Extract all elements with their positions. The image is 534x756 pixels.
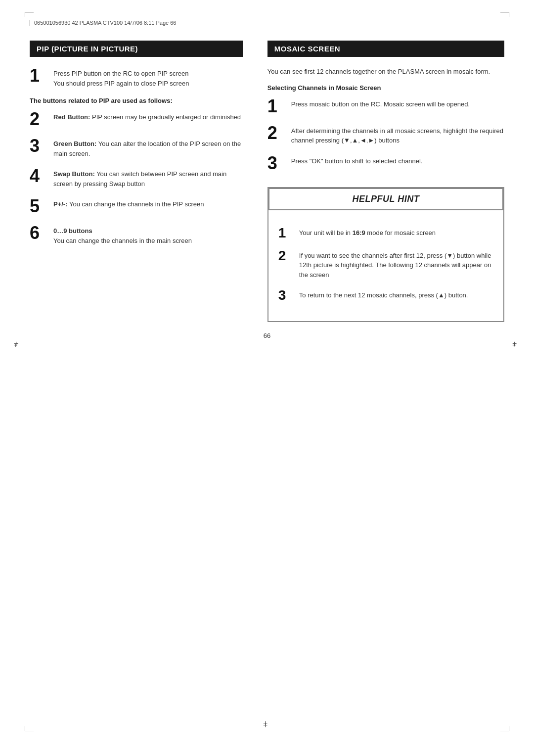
corner-mark-br-h: [500, 731, 509, 731]
pip-step-4-content: Swap Button: You can switch between PIP …: [53, 167, 243, 189]
hint-step-1-content: Your unit will be in 16:9 mode for mosai…: [299, 226, 493, 238]
pip-step-1: 1 Press PIP button on the RC to open PIP…: [30, 67, 243, 88]
pip-step-5-number: 5: [30, 197, 47, 215]
helpful-hint-box: HELPFUL HINT 1 Your unit will be in 16:9…: [267, 187, 504, 323]
hint-step-2: 2 If you want to see the channels after …: [278, 249, 493, 280]
hint-step-2-number: 2: [278, 249, 293, 263]
mosaic-step-3-content: Press "OK" button to shift to selected c…: [291, 154, 504, 166]
mosaic-step-1-number: 1: [267, 97, 285, 115]
corner-mark-tl-v: [25, 12, 25, 17]
pip-step-3-content: Green Button: You can alter the location…: [53, 137, 243, 158]
crosshair-right: +: [512, 341, 520, 349]
mosaic-step-3: 3 Press "OK" button to shift to selected…: [267, 154, 504, 172]
mosaic-step-2-number: 2: [267, 124, 285, 142]
pip-step-2-bold: Red Button:: [53, 113, 90, 121]
corner-mark-bl-v: [25, 726, 25, 731]
pip-step-6-content: 0…9 buttons You can change the channels …: [53, 224, 243, 245]
pip-step-6-number: 6: [30, 224, 47, 242]
header-text: 065001056930 42 PLASMA CTV100 14/7/06 8:…: [34, 20, 176, 26]
pip-step-6-bold: 0…9 buttons: [53, 227, 92, 235]
pip-step-3-number: 3: [30, 137, 47, 155]
mosaic-step-1-content: Press mosaic button on the RC. Mosaic sc…: [291, 97, 504, 109]
page-number: 66: [30, 332, 504, 339]
crosshair-bottom: +: [263, 721, 271, 729]
mosaic-step-2-content: After determining the channels in all mo…: [291, 124, 504, 145]
hint-step-3-content: To return to the next 12 mosaic channels…: [299, 288, 493, 300]
hint-step-3-number: 3: [278, 288, 293, 302]
pip-step-2: 2 Red Button: PIP screen may be graduall…: [30, 110, 243, 128]
hint-step-1-number: 1: [278, 226, 293, 240]
pip-step-1-number: 1: [30, 67, 47, 85]
mosaic-step-1: 1 Press mosaic button on the RC. Mosaic …: [267, 97, 504, 115]
mosaic-intro: You can see first 12 channels together o…: [267, 67, 504, 77]
corner-mark-tr-h: [500, 12, 509, 12]
helpful-hint-title: HELPFUL HINT: [268, 188, 503, 210]
pip-step-1-content: Press PIP button on the RC to open PIP s…: [53, 67, 243, 88]
crosshair-left: +: [14, 341, 22, 349]
pip-step-5-bold: P+/-:: [53, 200, 68, 208]
pip-buttons-heading: The buttons related to PIP are used as f…: [30, 97, 243, 104]
page: + + + 065001056930 42 PLASMA CTV100 14/7…: [0, 0, 534, 756]
corner-mark-bl-h: [25, 731, 34, 731]
corner-mark-br-v: [509, 726, 509, 731]
corner-mark-tr-v: [509, 12, 509, 17]
mosaic-section: MOSAIC SCREEN You can see first 12 chann…: [258, 41, 504, 322]
hint-content: 1 Your unit will be in 16:9 mode for mos…: [268, 218, 503, 322]
selecting-heading: Selecting Channels in Mosaic Screen: [267, 84, 504, 92]
hint-step-2-content: If you want to see the channels after fi…: [299, 249, 493, 280]
pip-step-5-content: P+/-: You can change the channels in the…: [53, 197, 243, 209]
pip-section: PIP (PICTURE IN PICTURE) 1 Press PIP but…: [30, 41, 258, 322]
pip-step-6: 6 0…9 buttons You can change the channel…: [30, 224, 243, 245]
mosaic-step-3-number: 3: [267, 154, 285, 172]
pip-step-4-number: 4: [30, 167, 47, 185]
header-line: 065001056930 42 PLASMA CTV100 14/7/06 8:…: [30, 20, 504, 26]
pip-step-3: 3 Green Button: You can alter the locati…: [30, 137, 243, 158]
pip-step-5: 5 P+/-: You can change the channels in t…: [30, 197, 243, 215]
pip-step-4-bold: Swap Button:: [53, 170, 95, 178]
hint-step-3: 3 To return to the next 12 mosaic channe…: [278, 288, 493, 302]
corner-mark-tl-h: [25, 12, 34, 12]
header-bar: [30, 20, 30, 26]
pip-title: PIP (PICTURE IN PICTURE): [30, 41, 243, 57]
main-content: PIP (PICTURE IN PICTURE) 1 Press PIP but…: [30, 41, 504, 322]
mosaic-title: MOSAIC SCREEN: [267, 41, 504, 57]
mosaic-step-2: 2 After determining the channels in all …: [267, 124, 504, 145]
pip-step-4: 4 Swap Button: You can switch between PI…: [30, 167, 243, 189]
pip-step-2-number: 2: [30, 110, 47, 128]
pip-step-2-content: Red Button: PIP screen may be gradually …: [53, 110, 243, 122]
pip-step-3-bold: Green Button:: [53, 140, 96, 147]
hint-step-1-bold: 16:9: [353, 229, 365, 236]
hint-step-1: 1 Your unit will be in 16:9 mode for mos…: [278, 226, 493, 240]
